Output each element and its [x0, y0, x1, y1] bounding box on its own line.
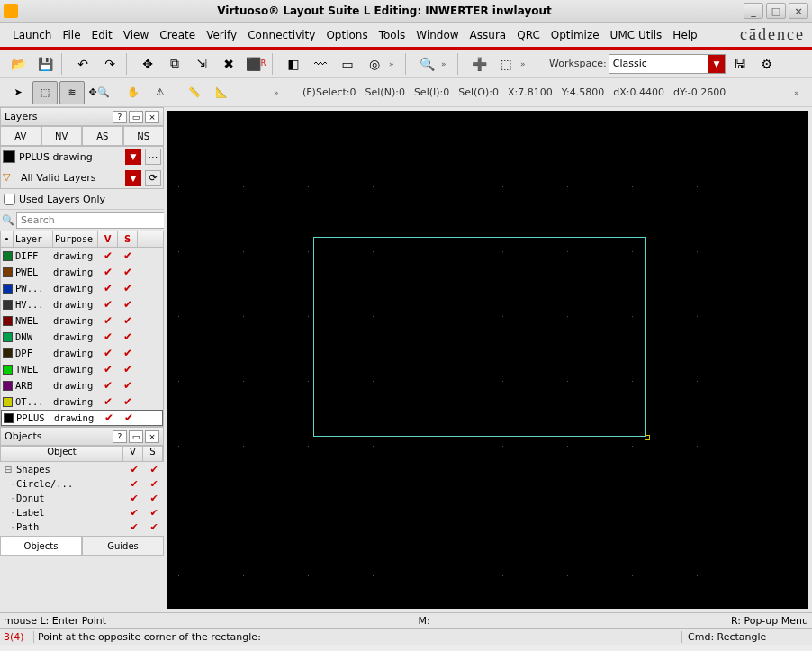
move-icon[interactable]: ✥	[135, 52, 160, 76]
layers-col-s[interactable]: S	[118, 231, 138, 247]
layer-selectable-toggle[interactable]: ✔	[118, 379, 138, 392]
menu-launch[interactable]: Launch	[7, 25, 57, 45]
objects-col-s[interactable]: S	[143, 447, 163, 461]
layer-row[interactable]: HV...drawing✔✔	[1, 296, 163, 312]
workspace-select[interactable]: Classic ▼	[609, 54, 726, 74]
filter-refresh-button[interactable]: ⟳	[145, 170, 161, 186]
layer-visible-toggle[interactable]: ✔	[98, 395, 118, 408]
config-pointer-icon[interactable]: ✥🔍	[86, 81, 112, 104]
maximize-button[interactable]: □	[766, 3, 786, 19]
used-layers-checkbox[interactable]	[4, 194, 15, 205]
current-layer-selector[interactable]: PPLUS drawing ▼ ⋯	[0, 146, 164, 167]
tab-objects[interactable]: Objects	[0, 536, 82, 556]
zoom-more-icon[interactable]: »	[441, 59, 454, 68]
obj-s-toggle[interactable]: ✔	[144, 493, 164, 504]
objects-col-object[interactable]: Object	[1, 447, 123, 461]
select-mode-icon[interactable]: ⬚	[32, 81, 58, 104]
layer-visible-toggle[interactable]: ✔	[98, 249, 118, 262]
tab-guides[interactable]: Guides	[82, 536, 164, 556]
layers-close-button[interactable]: ×	[145, 111, 159, 123]
layer-visible-toggle[interactable]: ✔	[98, 347, 118, 359]
via-icon[interactable]: ◎	[362, 52, 387, 76]
menu-create[interactable]: Create	[154, 25, 201, 45]
layers-undock-button[interactable]: ▭	[129, 111, 143, 123]
menu-tools[interactable]: Tools	[374, 25, 411, 45]
add-icon[interactable]: ➕	[466, 52, 492, 76]
rectangle-handle[interactable]	[645, 435, 650, 440]
warn-icon[interactable]: ⚠	[148, 81, 173, 104]
tab-ns[interactable]: NS	[123, 126, 165, 146]
layer-row[interactable]: PPLUSdrawing✔✔	[1, 410, 163, 426]
menu-optimize[interactable]: Optimize	[546, 25, 605, 45]
layer-visible-toggle[interactable]: ✔	[99, 411, 119, 424]
layer-row[interactable]: DNWdrawing✔✔	[1, 329, 163, 345]
layer-mode-icon[interactable]: ≋	[59, 81, 85, 104]
objects-undock-button[interactable]: ▭	[129, 430, 143, 443]
layers-table-body[interactable]: DIFFdrawing✔✔PWELdrawing✔✔PW...drawing✔✔…	[1, 248, 163, 426]
objects-help-button[interactable]: ?	[113, 430, 127, 443]
drawn-rectangle[interactable]	[313, 237, 646, 437]
obj-v-toggle[interactable]: ✔	[124, 493, 144, 504]
layer-selectable-toggle[interactable]: ✔	[118, 314, 138, 327]
ws-save-icon[interactable]: 🖫	[727, 52, 753, 76]
workspace-dropdown-icon[interactable]: ▼	[708, 55, 725, 73]
layout-canvas[interactable]	[167, 111, 808, 609]
layer-row[interactable]: DIFFdrawing✔✔	[1, 248, 163, 264]
obj-v-toggle[interactable]: ✔	[124, 464, 144, 475]
current-layer-browse-button[interactable]: ⋯	[145, 149, 161, 165]
misc-more-icon[interactable]: »	[520, 59, 533, 68]
menu-connectivity[interactable]: Connectivity	[242, 25, 320, 45]
layer-visible-toggle[interactable]: ✔	[98, 282, 118, 294]
current-layer-dropdown-icon[interactable]: ▼	[125, 149, 141, 165]
close-button[interactable]: ×	[789, 3, 808, 19]
layers-help-button[interactable]: ?	[113, 111, 127, 123]
obj-v-toggle[interactable]: ✔	[124, 478, 144, 490]
save-icon[interactable]: 💾	[32, 52, 58, 76]
layer-selectable-toggle[interactable]: ✔	[118, 266, 138, 278]
menu-assura[interactable]: Assura	[465, 25, 512, 45]
menu-file[interactable]: File	[57, 25, 86, 45]
props-r-icon[interactable]: ⬛R	[243, 52, 268, 76]
layers-col-v[interactable]: V	[98, 231, 118, 247]
layer-visible-toggle[interactable]: ✔	[98, 298, 118, 311]
objects-table-body[interactable]: ⊟Shapes✔✔·Circle/...✔✔·Donut✔✔·Label✔✔·P…	[0, 462, 164, 536]
stretch-icon[interactable]: ⇲	[189, 52, 214, 76]
layer-search-input[interactable]	[16, 212, 167, 229]
minimize-button[interactable]: _	[744, 3, 763, 19]
open-icon[interactable]: 📂	[5, 52, 31, 76]
obj-s-toggle[interactable]: ✔	[144, 464, 164, 475]
tab-as[interactable]: AS	[82, 126, 123, 146]
menu-window[interactable]: Window	[411, 25, 464, 45]
objects-col-v[interactable]: V	[123, 447, 143, 461]
layer-selectable-toggle[interactable]: ✔	[118, 282, 138, 294]
objects-tree-item[interactable]: ·Path✔✔	[0, 520, 164, 534]
obj-s-toggle[interactable]: ✔	[144, 478, 164, 490]
obj-v-toggle[interactable]: ✔	[124, 521, 144, 533]
ruler2-icon[interactable]: 📐	[209, 81, 234, 104]
toolbar-more-icon[interactable]: »	[389, 59, 401, 68]
tb2-more-icon[interactable]: »	[274, 88, 286, 97]
menu-verify[interactable]: Verify	[201, 25, 242, 45]
zoom-icon[interactable]: 🔍	[414, 52, 439, 76]
menu-edit[interactable]: Edit	[86, 25, 118, 45]
ws-config-icon[interactable]: ⚙	[754, 52, 780, 76]
ruler-icon[interactable]: 📏	[182, 81, 207, 104]
rect-icon[interactable]: ▭	[335, 52, 360, 76]
filter-dropdown-icon[interactable]: ▼	[125, 170, 141, 186]
layer-visible-toggle[interactable]: ✔	[98, 266, 118, 278]
path-icon[interactable]: 〰	[308, 52, 333, 76]
layer-visible-toggle[interactable]: ✔	[98, 379, 118, 392]
obj-s-toggle[interactable]: ✔	[144, 507, 164, 519]
tab-nv[interactable]: NV	[41, 126, 83, 146]
layer-visible-toggle[interactable]: ✔	[98, 330, 118, 343]
tb2-end-more-icon[interactable]: »	[794, 88, 807, 97]
layer-row[interactable]: NWELdrawing✔✔	[1, 312, 163, 329]
copy-icon[interactable]: ⧉	[162, 52, 187, 76]
pointer-icon[interactable]: ➤	[5, 81, 31, 104]
layer-row[interactable]: ARBdrawing✔✔	[1, 377, 163, 393]
objects-close-button[interactable]: ×	[145, 430, 159, 443]
objects-tree-item[interactable]: ·Label✔✔	[0, 505, 164, 520]
layer-selectable-toggle[interactable]: ✔	[118, 347, 138, 359]
layers-col-layer[interactable]: Layer	[14, 231, 53, 247]
menu-help[interactable]: Help	[667, 25, 702, 45]
